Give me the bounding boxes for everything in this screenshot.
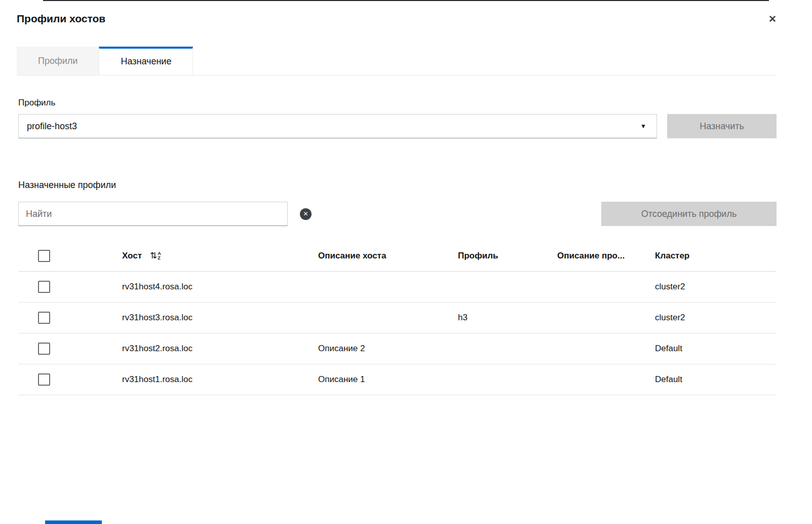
- checkbox-cell: [18, 281, 122, 293]
- row-checkbox[interactable]: [38, 312, 50, 324]
- close-icon[interactable]: ✕: [768, 14, 777, 24]
- cell-host-description: Описание 2: [318, 344, 458, 354]
- assign-row: profile-host3 ▼ Назначить: [18, 114, 777, 138]
- table-row[interactable]: rv31host4.rosa.loc cluster2: [18, 272, 777, 303]
- cell-host: rv31host1.rosa.loc: [122, 375, 318, 385]
- checkbox-cell: [18, 312, 122, 324]
- cell-host: rv31host2.rosa.loc: [122, 344, 318, 354]
- assigned-profiles-table: Хост ⇅ A Z Описание хоста Профиль Описан…: [18, 240, 777, 395]
- modal-header: Профили хостов ✕: [0, 0, 812, 33]
- sort-alpha-icon[interactable]: ⇅ A Z: [150, 250, 161, 261]
- sort-letters: A Z: [158, 251, 161, 260]
- tab-profiles[interactable]: Профили: [17, 47, 99, 75]
- cell-host-description: Описание 1: [318, 375, 458, 385]
- cell-cluster: cluster2: [655, 313, 777, 323]
- assign-button[interactable]: Назначить: [667, 114, 777, 138]
- chevron-down-icon: ▼: [640, 123, 646, 130]
- table-row[interactable]: rv31host1.rosa.loc Описание 1 Default: [18, 364, 777, 395]
- checkbox-cell: [18, 373, 122, 386]
- profile-select-label: Профиль: [18, 98, 777, 108]
- row-checkbox[interactable]: [38, 343, 50, 355]
- assigned-profiles-heading: Назначенные профили: [18, 180, 777, 191]
- column-header-profile-description[interactable]: Описание про...: [557, 251, 655, 261]
- cell-cluster: Default: [655, 375, 777, 385]
- cell-profile: h3: [458, 313, 557, 323]
- tab-content: Профиль profile-host3 ▼ Назначить Назнач…: [0, 98, 812, 395]
- cell-cluster: cluster2: [655, 282, 777, 292]
- table-row[interactable]: rv31host2.rosa.loc Описание 2 Default: [18, 333, 777, 364]
- column-header-cluster[interactable]: Кластер: [655, 251, 777, 261]
- tab-assignment[interactable]: Назначение: [99, 47, 193, 75]
- search-input[interactable]: [18, 202, 288, 226]
- column-header-profile[interactable]: Профиль: [458, 251, 557, 261]
- row-checkbox[interactable]: [38, 373, 50, 386]
- row-checkbox[interactable]: [38, 281, 50, 293]
- partial-footer-button[interactable]: [45, 520, 102, 524]
- checkbox-header-cell: [18, 250, 122, 262]
- column-header-host-description[interactable]: Описание хоста: [318, 251, 458, 261]
- checkbox-cell: [18, 343, 122, 355]
- window-top-edge: [43, 0, 769, 1]
- sort-arrows-glyph: ⇅: [150, 250, 157, 261]
- column-header-host-cell: Хост ⇅ A Z: [122, 250, 318, 261]
- column-header-host[interactable]: Хост: [122, 251, 142, 261]
- table-row[interactable]: rv31host3.rosa.loc h3 cluster2: [18, 303, 777, 333]
- tab-bar: Профили Назначение: [17, 47, 777, 76]
- profile-select-value: profile-host3: [27, 121, 77, 132]
- search-row: ✕ Отсоединить профиль: [18, 202, 777, 226]
- cell-cluster: Default: [655, 344, 777, 354]
- cell-host: rv31host4.rosa.loc: [122, 282, 318, 292]
- page-title: Профили хостов: [17, 13, 105, 25]
- sort-letter-z: Z: [158, 256, 161, 260]
- profile-select[interactable]: profile-host3 ▼: [18, 114, 657, 138]
- detach-profile-button[interactable]: Отсоединить профиль: [601, 202, 777, 226]
- cell-host: rv31host3.rosa.loc: [122, 313, 318, 323]
- select-all-checkbox[interactable]: [38, 250, 50, 262]
- table-header-row: Хост ⇅ A Z Описание хоста Профиль Описан…: [18, 240, 777, 272]
- clear-search-icon[interactable]: ✕: [300, 208, 312, 220]
